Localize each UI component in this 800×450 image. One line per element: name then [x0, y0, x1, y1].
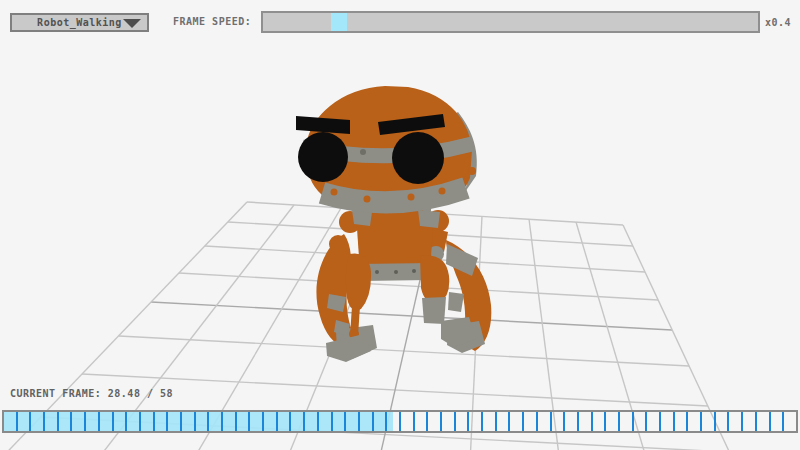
frame-cell[interactable]: [182, 412, 196, 431]
frame-cell[interactable]: [784, 412, 796, 431]
frame-cell[interactable]: [305, 412, 319, 431]
frame-cell[interactable]: [620, 412, 634, 431]
frame-cell[interactable]: [401, 412, 415, 431]
frame-cell[interactable]: [469, 412, 483, 431]
frame-speed-slider[interactable]: [261, 11, 760, 33]
frame-cell[interactable]: [374, 412, 388, 431]
frame-cell[interactable]: [593, 412, 607, 431]
frame-cell[interactable]: [579, 412, 593, 431]
frame-cell[interactable]: [278, 412, 292, 431]
frame-cell[interactable]: [483, 412, 497, 431]
frame-timeline[interactable]: [2, 410, 798, 433]
frame-cell[interactable]: [196, 412, 210, 431]
frame-cell[interactable]: [675, 412, 689, 431]
frame-cell[interactable]: [100, 412, 114, 431]
frame-cell[interactable]: [72, 412, 86, 431]
frame-cell[interactable]: [743, 412, 757, 431]
frame-cell[interactable]: [688, 412, 702, 431]
robot-model: [0, 0, 800, 450]
frame-cell[interactable]: [4, 412, 18, 431]
animation-select-value: Robot_Walking: [37, 17, 122, 28]
frame-cell[interactable]: [729, 412, 743, 431]
frame-cell[interactable]: [661, 412, 675, 431]
frame-cell[interactable]: [264, 412, 278, 431]
frame-cell[interactable]: [771, 412, 785, 431]
frame-cell[interactable]: [291, 412, 305, 431]
frame-cell[interactable]: [387, 412, 401, 431]
frame-cell[interactable]: [127, 412, 141, 431]
frame-cell[interactable]: [716, 412, 730, 431]
frame-cell[interactable]: [168, 412, 182, 431]
frame-cell[interactable]: [757, 412, 771, 431]
frame-cell[interactable]: [497, 412, 511, 431]
frame-cell[interactable]: [141, 412, 155, 431]
frame-cell[interactable]: [31, 412, 45, 431]
slider-handle[interactable]: [331, 13, 347, 31]
current-frame-label: CURRENT FRAME: 28.48 / 58: [10, 388, 173, 399]
timeline-cells: [4, 412, 796, 431]
frame-cell[interactable]: [442, 412, 456, 431]
frame-cell[interactable]: [647, 412, 661, 431]
frame-cell[interactable]: [524, 412, 538, 431]
frame-cell[interactable]: [360, 412, 374, 431]
frame-cell[interactable]: [114, 412, 128, 431]
frame-speed-label: FRAME SPEED:: [173, 16, 251, 27]
frame-cell[interactable]: [634, 412, 648, 431]
frame-cell[interactable]: [606, 412, 620, 431]
frame-cell[interactable]: [565, 412, 579, 431]
frame-cell[interactable]: [155, 412, 169, 431]
frame-cell[interactable]: [538, 412, 552, 431]
frame-cell[interactable]: [552, 412, 566, 431]
viewport-3d[interactable]: [0, 0, 800, 450]
animation-viewer: Robot_Walking FRAME SPEED: x0.4 CURRENT …: [0, 0, 800, 450]
frame-cell[interactable]: [18, 412, 32, 431]
frame-cell[interactable]: [415, 412, 429, 431]
frame-cell[interactable]: [702, 412, 716, 431]
frame-cell[interactable]: [346, 412, 360, 431]
animation-select[interactable]: Robot_Walking: [10, 13, 149, 32]
frame-cell[interactable]: [45, 412, 59, 431]
frame-cell[interactable]: [237, 412, 251, 431]
speed-multiplier-value: x0.4: [765, 17, 791, 28]
frame-cell[interactable]: [333, 412, 347, 431]
frame-cell[interactable]: [510, 412, 524, 431]
frame-cell[interactable]: [209, 412, 223, 431]
frame-cell[interactable]: [59, 412, 73, 431]
frame-cell[interactable]: [86, 412, 100, 431]
frame-cell[interactable]: [223, 412, 237, 431]
frame-cell[interactable]: [250, 412, 264, 431]
frame-cell[interactable]: [456, 412, 470, 431]
chevron-down-icon: [123, 19, 141, 28]
frame-cell[interactable]: [428, 412, 442, 431]
frame-cell[interactable]: [319, 412, 333, 431]
